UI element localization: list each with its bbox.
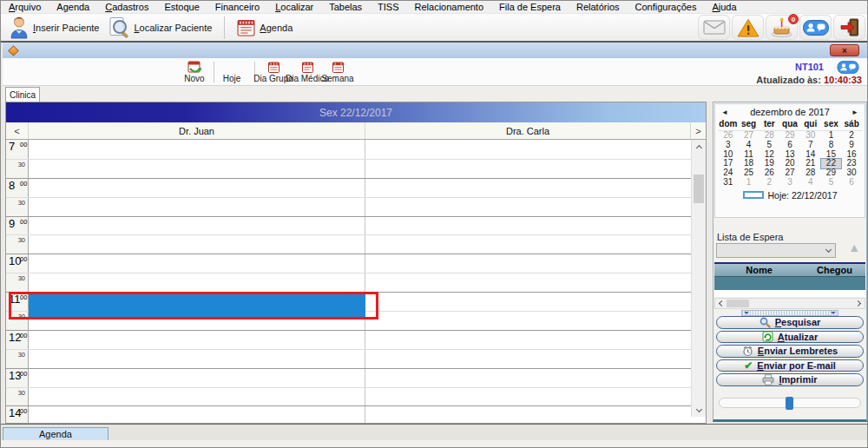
slot-9-30-col1[interactable] [365,235,706,254]
slot-13-00-col1[interactable] [365,369,706,387]
date-header: Sex 22/12/2017 [6,102,706,122]
slot-12-00-col0[interactable] [29,331,365,349]
menu-item-configurações[interactable]: Configurações [628,2,705,12]
waiting-list-hscrollbar[interactable] [714,298,865,309]
menu-item-fila-de-espera[interactable]: Fila de Espera [491,2,569,12]
menu-item-localizar[interactable]: Localizar [267,2,321,12]
slot-8-30-col0[interactable] [29,198,365,216]
calendar-day-6[interactable]: 6 [841,178,862,188]
menu-item-cadastros[interactable]: Cadastros [97,2,156,12]
agenda-button[interactable]: Agenda [232,17,298,37]
next-day-arrow[interactable]: > [691,122,706,139]
collapse-triangle-icon[interactable]: ▲ [848,241,860,254]
slot-12-00-col1[interactable] [365,331,706,349]
prev-day-arrow[interactable]: < [6,122,28,139]
calendar-day-5[interactable]: 5 [821,178,842,188]
pesquisar-button[interactable]: Pesquisar [716,316,864,329]
calendar-day-6[interactable]: 6 [779,141,800,150]
slot-14-00-col0[interactable] [29,406,365,423]
waiting-list-selected-row[interactable] [714,276,865,290]
menu-item-relacionamento[interactable]: Relacionamento [407,2,492,12]
calendar-day-3[interactable]: 3 [779,178,800,188]
slot-13-00-col0[interactable] [29,369,365,387]
exit-button[interactable] [833,15,865,40]
slider-thumb[interactable] [786,397,793,410]
slot-7-00-col1[interactable] [365,140,706,159]
calendar-day-1[interactable]: 1 [739,178,760,188]
menu-item-ajuda[interactable]: Ajuda [704,2,744,12]
tab-agenda-bottom[interactable]: Agenda [3,427,108,441]
calendar-day-7[interactable]: 7 [800,141,821,150]
panel-close-button[interactable]: × [830,44,859,56]
menu-item-tabelas[interactable]: Tabelas [321,2,370,12]
schedule-vertical-scrollbar[interactable] [691,140,706,417]
slot-11-00-col1[interactable] [365,293,706,311]
slot-10-00-col1[interactable] [365,254,706,273]
menu-item-agenda[interactable]: Agenda [49,2,97,12]
enviar-lembretes-button[interactable]: Enviar Lembretes [716,345,864,358]
slot-13-30-col0[interactable] [29,388,365,406]
slot-12-30-col0[interactable] [29,350,365,368]
calendar-next-icon[interactable]: ► [852,109,858,116]
waiting-list-dropdown[interactable] [716,243,836,258]
slot-10-30-col1[interactable] [365,273,706,292]
time-grid: 7003080030900301000301100301200301300301… [6,140,706,423]
column-header-dra-carla[interactable]: Dra. Carla [365,122,691,139]
mail-button[interactable] [698,15,730,40]
alerts-button[interactable] [732,15,764,40]
slot-9-00-col1[interactable] [365,217,706,235]
today-row[interactable]: Hoje: 22/12/2017 [715,190,865,201]
zoom-slider[interactable] [719,398,861,408]
calendar-day-9[interactable]: 9 [841,141,862,150]
slot-11-30-col1[interactable] [365,312,706,330]
calendar-day-4[interactable]: 4 [800,178,821,188]
imprimir-button[interactable]: Imprimir [716,373,864,386]
scroll-down-arrow[interactable] [692,404,706,417]
calendar-day-2[interactable]: 2 [759,178,779,188]
hscroll-thumb[interactable] [727,300,749,307]
chevron-down-icon [825,246,832,252]
novo-button[interactable]: Novo [177,61,212,83]
menu-item-financeiro[interactable]: Financeiro [207,2,267,12]
calendar-prev-icon[interactable]: ◄ [721,109,728,116]
menu-item-tiss[interactable]: TISS [370,2,406,12]
calendar-day-5[interactable]: 5 [759,141,779,150]
slot-7-30-col1[interactable] [365,160,706,178]
slot-10-30-col0[interactable] [29,273,365,292]
scroll-right-arrow[interactable] [853,299,865,308]
locate-patient-button[interactable]: Localizar Paciente [104,16,217,39]
scroll-thumb[interactable] [694,175,704,203]
slot-14-00-col1[interactable] [365,406,706,423]
slot-10-00-col0[interactable] [29,254,365,273]
scroll-left-arrow[interactable] [715,299,727,308]
column-nome[interactable]: Nome [714,265,804,275]
hoje-button[interactable]: Hoje [214,61,249,83]
chat-button[interactable] [799,15,832,40]
insert-patient-button[interactable]: Inserir Paciente [4,15,104,40]
panel-splitter[interactable] [741,310,838,316]
scroll-up-arrow[interactable] [692,140,706,153]
slot-8-30-col1[interactable] [365,198,706,216]
slot-9-30-col0[interactable] [29,235,365,254]
slot-7-00-col0[interactable] [29,140,365,159]
menu-item-arquivo[interactable]: Arquivo [1,2,49,12]
column-chegou[interactable]: Chegou [804,265,865,275]
birthdays-button[interactable]: 0 [766,15,798,40]
menu-item-estoque[interactable]: Estoque [156,2,207,12]
tab-clinica[interactable]: Clinica [5,87,40,102]
calendar-day-4[interactable]: 4 [739,141,760,150]
calendar-day-3[interactable]: 3 [718,141,739,150]
slot-8-00-col1[interactable] [365,179,706,197]
column-header-dr-juan[interactable]: Dr. Juan [28,122,365,139]
atualizar-button[interactable]: Atualizar [716,331,864,344]
calendar-day-31[interactable]: 31 [718,178,739,188]
enviar-email-button[interactable]: ✔ Enviar por E-mail [716,359,864,372]
slot-8-00-col0[interactable] [29,179,365,197]
slot-13-30-col1[interactable] [365,388,706,406]
slot-9-00-col0[interactable] [29,217,365,235]
slot-7-30-col0[interactable] [29,160,365,178]
calendar-day-8[interactable]: 8 [821,141,842,150]
slot-12-30-col1[interactable] [365,350,706,368]
semana-button[interactable]: Semana [317,61,358,83]
menu-item-relatórios[interactable]: Relatórios [569,2,628,12]
